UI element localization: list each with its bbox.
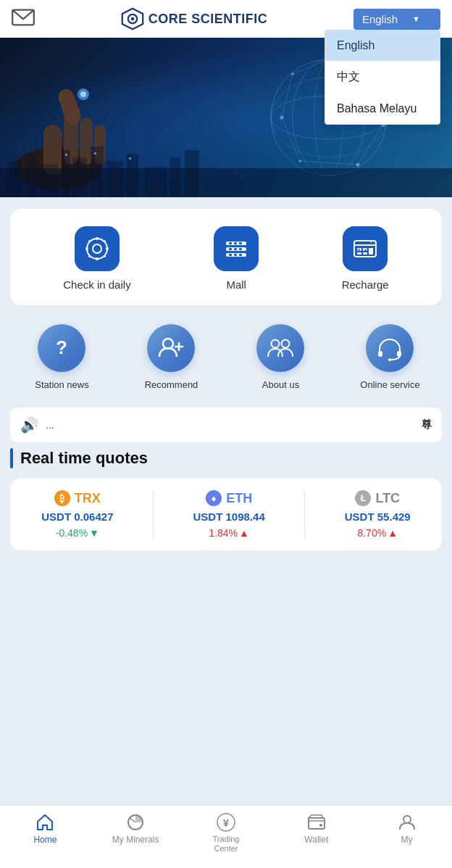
svg-rect-74: [357, 252, 361, 255]
quotes-section: Real time quotes ₿ TRX USDT 0.06427 -0.4…: [10, 448, 442, 562]
svg-rect-37: [72, 157, 87, 197]
svg-point-48: [93, 244, 101, 253]
svg-point-84: [272, 340, 280, 348]
svg-rect-45: [94, 152, 96, 154]
trx-change-arrow: ▼: [89, 527, 99, 539]
mall-action[interactable]: Mall: [214, 226, 259, 291]
quote-ltc[interactable]: Ł LTC USDT 55.429 8.70% ▲: [345, 490, 411, 539]
trading-center-nav-label: TradingCenter: [213, 835, 240, 853]
svg-point-31: [80, 91, 86, 97]
online-service-label: Online service: [360, 379, 419, 390]
svg-line-90: [130, 818, 135, 822]
mail-button[interactable]: [12, 7, 35, 30]
trx-change-value: -0.48%: [56, 527, 88, 539]
svg-rect-43: [185, 150, 199, 197]
station-news-label: Station news: [35, 379, 88, 390]
station-news-service[interactable]: ? Station news: [14, 324, 109, 390]
recharge-action[interactable]: ✕ ✕ + - Recharge: [342, 226, 389, 291]
svg-point-52: [106, 247, 109, 250]
eth-price: USDT 1098.44: [193, 511, 265, 523]
nav-home[interactable]: Home: [0, 813, 91, 853]
recommend-label: Recommend: [145, 379, 198, 390]
checkin-icon-box: [75, 226, 120, 271]
quote-eth[interactable]: ♦ ETH USDT 1098.44 1.84% ▲: [193, 490, 265, 539]
svg-rect-34: [25, 154, 36, 197]
svg-rect-46: [129, 157, 131, 160]
eth-change-arrow: ▲: [239, 527, 249, 539]
quotes-title-text: Real time quotes: [20, 449, 148, 468]
my-minerals-nav-label: My Minerals: [112, 835, 159, 845]
svg-rect-76: [369, 248, 373, 255]
about-us-label: About us: [262, 379, 299, 390]
section-title-bar: [10, 448, 13, 468]
svg-rect-65: [234, 254, 237, 256]
svg-point-54: [104, 240, 106, 242]
eth-change-value: 1.84%: [209, 527, 238, 539]
speaker-icon: 🔊: [20, 416, 38, 434]
svg-point-3: [131, 17, 134, 20]
nav-trading-center[interactable]: ¥ TradingCenter: [181, 813, 272, 853]
notification-bar: 🔊 ... 尊: [10, 408, 442, 442]
headset-icon: [377, 335, 403, 361]
nav-my[interactable]: My: [361, 813, 452, 853]
my-nav-label: My: [401, 835, 413, 845]
divider-1: [153, 490, 154, 539]
checkin-label: Check in daily: [63, 278, 130, 291]
ltc-ticker: LTC: [375, 491, 400, 506]
ltc-coin-name: Ł LTC: [355, 490, 400, 506]
trx-price: USDT 0.06427: [41, 511, 113, 523]
language-button[interactable]: English ▼: [353, 9, 440, 30]
svg-text:✕: ✕: [364, 248, 367, 252]
svg-point-49: [96, 237, 99, 240]
quotes-card: ₿ TRX USDT 0.06427 -0.48% ▼ ♦ ETH USDT 1…: [10, 479, 442, 550]
ltc-price: USDT 55.429: [345, 511, 411, 523]
svg-point-50: [96, 257, 99, 260]
eth-ticker: ETH: [226, 491, 252, 506]
bottom-nav: Home My Minerals ¥ TradingCenter: [0, 805, 452, 868]
chart-icon: [126, 813, 145, 832]
svg-line-19: [282, 74, 293, 117]
trx-ticker: TRX: [75, 491, 101, 506]
svg-rect-44: [65, 154, 67, 156]
svg-rect-66: [239, 242, 242, 244]
lang-option-chinese[interactable]: 中文: [325, 61, 440, 94]
eth-coin-name: ♦ ETH: [206, 490, 252, 506]
quick-actions-card: Check in daily Mall: [10, 209, 442, 305]
svg-point-51: [85, 247, 88, 250]
about-us-service[interactable]: About us: [233, 324, 328, 390]
svg-rect-40: [127, 154, 138, 197]
group-icon: [267, 335, 293, 361]
chevron-down-icon: ▼: [412, 15, 420, 23]
quote-trx[interactable]: ₿ TRX USDT 0.06427 -0.48% ▼: [41, 490, 113, 539]
svg-rect-60: [229, 242, 232, 244]
nav-my-minerals[interactable]: My Minerals: [91, 813, 181, 853]
yen-icon: ¥: [217, 813, 235, 832]
svg-rect-33: [7, 161, 22, 197]
svg-point-95: [403, 816, 411, 823]
eth-coin-icon: ♦: [206, 490, 222, 506]
svg-point-85: [282, 340, 290, 348]
recommend-service[interactable]: Recommend: [124, 324, 219, 390]
svg-rect-68: [239, 254, 242, 256]
person-icon: [398, 813, 417, 832]
station-news-icon-circle: ?: [38, 324, 85, 372]
language-dropdown: English 中文 Bahasa Melayu: [325, 30, 440, 125]
mall-label: Mall: [226, 278, 246, 291]
lang-option-english[interactable]: English: [325, 30, 440, 61]
header: CORE SCIENTIFIC English ▼ English 中文 Bah…: [0, 0, 452, 38]
recharge-label: Recharge: [342, 278, 389, 291]
svg-rect-42: [170, 157, 180, 197]
nav-wallet[interactable]: Wallet: [271, 813, 361, 853]
checkin-action[interactable]: Check in daily: [63, 226, 130, 291]
online-service-service[interactable]: Online service: [343, 324, 438, 390]
checkin-icon: [84, 236, 110, 262]
lang-option-malay[interactable]: Bahasa Melayu: [325, 94, 440, 124]
svg-rect-93: [309, 818, 325, 829]
svg-text:+ -: + -: [370, 239, 374, 244]
svg-rect-86: [378, 351, 382, 357]
svg-rect-41: [145, 167, 167, 197]
language-selector[interactable]: English ▼ English 中文 Bahasa Melayu: [353, 9, 440, 30]
svg-rect-38: [91, 146, 104, 197]
svg-text:✕: ✕: [357, 248, 361, 252]
question-mark-icon: ?: [49, 335, 75, 361]
